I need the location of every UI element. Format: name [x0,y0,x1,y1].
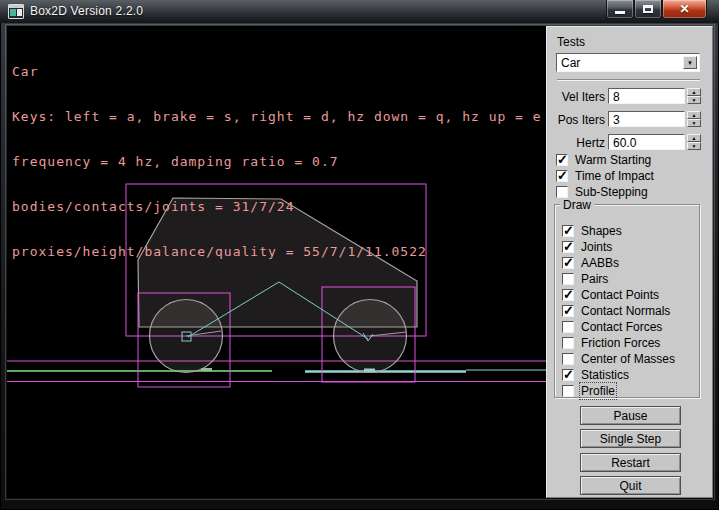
spin-up-button[interactable]: ▲ [687,111,701,119]
dropdown-arrow-button[interactable]: ▼ [683,56,697,69]
hertz-stepper: ▲ ▼ [687,134,701,150]
check-icon: ✓ [563,255,574,270]
rear-contact-point [201,368,212,371]
checkbox-box[interactable]: ✓ [562,369,574,381]
tests-dropdown-value: Car [561,56,580,70]
checkbox-label: Joints [581,240,612,254]
checkbox-box[interactable]: ✓ [562,305,574,317]
frequency-text: frequency = 4 hz, damping ratio = 0.7 [12,154,542,169]
spin-up-button[interactable]: ▲ [687,134,701,142]
checkbox-box[interactable]: ✓ [556,186,568,198]
single-step-button[interactable]: Single Step [580,429,681,448]
check-icon: ✓ [557,168,568,183]
vel-iters-label: Vel Iters [547,90,605,104]
vel-iters-row: Vel Iters 8 ▲ ▼ [547,88,714,105]
checkbox-label: Contact Normals [581,304,670,318]
app-icon-teal-pane [10,9,16,16]
pos-iters-row: Pos Iters 3 ▲ ▼ [547,111,714,128]
test-name-text: Car [12,64,542,79]
hertz-row: Hertz 60.0 ▲ ▼ [547,134,714,151]
front-contact-point [364,369,375,372]
app-icon [8,4,24,19]
spin-down-button[interactable]: ▼ [687,119,701,127]
checkbox-box[interactable]: ✓ [556,154,568,166]
pos-iters-input[interactable]: 3 [608,111,685,127]
pos-iters-label: Pos Iters [547,113,605,127]
restart-button[interactable]: Restart [580,453,681,472]
hertz-value: 60.0 [613,136,636,150]
minimize-icon [615,11,625,14]
chevron-down-icon: ▼ [687,60,693,66]
app-icon-titlebar [9,5,23,8]
check-icon: ✓ [563,223,574,238]
triangle-down-icon: ▼ [692,120,697,126]
quit-button[interactable]: Quit [580,476,681,495]
maximize-icon [643,5,653,13]
check-icon: ✓ [563,239,574,254]
vel-iters-value: 8 [613,90,620,104]
checkbox-label: Statistics [581,368,629,382]
triangle-down-icon: ▼ [692,143,697,149]
checkbox-box[interactable]: ✓ [556,170,568,182]
close-button[interactable]: ✕ [662,0,707,19]
triangle-up-icon: ▲ [692,135,697,141]
minimize-button[interactable] [606,0,634,19]
checkbox-label: Contact Forces [581,320,662,334]
close-icon: ✕ [679,1,689,18]
checkbox-label: AABBs [581,256,619,270]
vel-iters-input[interactable]: 8 [608,88,685,104]
check-icon: ✓ [557,152,568,167]
vel-iters-stepper: ▲ ▼ [687,88,701,104]
separator [557,79,700,81]
checkbox-label: Profile [581,384,615,398]
triangle-down-icon: ▼ [692,97,697,103]
stats-bodies-text: bodies/contacts/joints = 31/7/24 [12,199,542,214]
triangle-up-icon: ▲ [692,112,697,118]
checkbox-label: Friction Forces [581,336,660,350]
draw-groupbox: Draw ✓ Shapes ✓ Joints ✓ AABBs ✓ Pairs ✓… [554,204,700,398]
checkbox-box[interactable]: ✓ [562,273,574,285]
checkbox-label: Warm Starting [575,153,651,167]
pause-button[interactable]: Pause [580,406,681,425]
checkbox-box[interactable]: ✓ [562,353,574,365]
spin-down-button[interactable]: ▼ [687,142,701,150]
app-window: Box2D Version 2.2.0 ✕ [0,0,719,510]
tests-dropdown[interactable]: Car ▼ [556,53,700,72]
app-icon-white-pane [17,9,22,16]
window-title: Box2D Version 2.2.0 [30,4,143,18]
draw-group-title: Draw [560,198,594,212]
spin-down-button[interactable]: ▼ [687,96,701,104]
checkbox-label: Sub-Stepping [575,185,648,199]
title-bar[interactable]: Box2D Version 2.2.0 ✕ [0,0,719,23]
checkbox-label: Time of Impact [575,169,654,183]
pos-iters-stepper: ▲ ▼ [687,111,701,127]
checkbox-box[interactable]: ✓ [562,289,574,301]
simulation-canvas[interactable]: Car Keys: left = a, brake = s, right = d… [7,26,546,498]
debug-text-overlay: Car Keys: left = a, brake = s, right = d… [12,34,542,289]
spin-up-button[interactable]: ▲ [687,88,701,96]
hertz-input[interactable]: 60.0 [608,134,685,150]
checkbox-box[interactable]: ✓ [562,257,574,269]
tests-label: Tests [557,35,585,49]
keys-help-text: Keys: left = a, brake = s, right = d, hz… [12,109,542,124]
checkbox-label: Contact Points [581,288,659,302]
pos-iters-value: 3 [613,113,620,127]
checkbox-box[interactable]: ✓ [562,225,574,237]
maximize-button[interactable] [634,0,662,19]
triangle-up-icon: ▲ [692,89,697,95]
checkbox-box[interactable]: ✓ [562,337,574,349]
stats-proxies-text: proxies/height/balance/quality = 55/7/1/… [12,244,542,259]
window-controls: ✕ [606,0,707,20]
hertz-label: Hertz [547,136,605,150]
check-icon: ✓ [563,287,574,302]
checkbox-box[interactable]: ✓ [562,385,574,397]
checkbox-box[interactable]: ✓ [562,321,574,333]
checkbox-label: Center of Masses [581,352,675,366]
check-icon: ✓ [563,303,574,318]
checkbox-box[interactable]: ✓ [562,241,574,253]
check-icon: ✓ [563,367,574,382]
control-panel: Tests Car ▼ Vel Iters 8 ▲ ▼ Pos Iters 3 [546,26,713,498]
checkbox-label: Pairs [581,272,608,286]
checkbox-label: Shapes [581,224,622,238]
